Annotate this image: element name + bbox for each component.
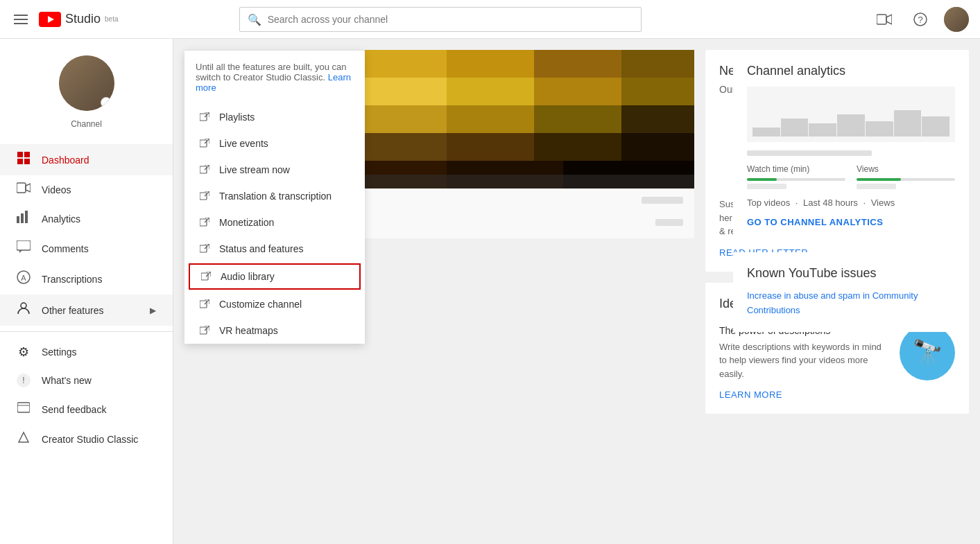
profile-avatar-image [59, 55, 114, 111]
svg-text:A: A [21, 274, 26, 282]
chart-bar-4 [837, 114, 865, 137]
create-icon [877, 13, 892, 26]
go-to-channel-analytics-link[interactable]: GO TO CHANNEL ANALYTICS [747, 217, 883, 227]
svg-marker-3 [886, 15, 892, 24]
creator-studio-classic-label: Creator Studio Classic [42, 434, 138, 445]
svg-rect-40 [621, 105, 694, 133]
watch-time-bar-fill [747, 178, 777, 181]
hamburger-button[interactable] [11, 12, 31, 27]
dropdown-item-audio-library[interactable]: Audio library [189, 263, 361, 290]
dropdown-item-live-stream-now[interactable]: Live stream now [184, 157, 365, 183]
sidebar-item-transcriptions[interactable]: A Transcriptions [0, 263, 173, 295]
svg-rect-31 [359, 78, 447, 105]
svg-rect-28 [621, 50, 694, 78]
watch-time-label: Watch time (min) [747, 164, 845, 174]
analytics-top-videos: Top videos · Last 48 hours · Views [747, 198, 955, 208]
dropdown-item-status-features[interactable]: Status and features [184, 236, 365, 262]
known-issues-panel: Known YouTube issues Increase in abuse a… [733, 252, 969, 332]
other-features-dropdown: Until all the features are built, you ca… [184, 50, 365, 344]
video-views-placeholder [642, 197, 683, 204]
creator-studio-classic-icon [17, 431, 31, 447]
sidebar-item-videos[interactable]: Videos [0, 175, 173, 204]
external-link-icon-5 [198, 216, 211, 229]
svg-rect-14 [25, 211, 28, 223]
analytics-icon [17, 211, 31, 227]
external-link-icon-4 [198, 190, 211, 202]
views-value [857, 184, 896, 189]
header-right: ? [872, 7, 969, 32]
svg-rect-37 [359, 105, 447, 133]
sidebar-item-other-features[interactable]: Other features ▶ [0, 295, 173, 326]
top-videos-label: Top videos [747, 198, 790, 208]
svg-rect-62 [200, 219, 207, 226]
svg-rect-38 [447, 105, 534, 133]
sidebar-item-whats-new[interactable]: ! What's new [0, 367, 173, 394]
svg-rect-60 [200, 193, 207, 200]
svg-rect-15 [17, 240, 31, 250]
dropdown-item-monetization[interactable]: Monetization [184, 209, 365, 236]
search-icon: 🔍 [248, 12, 261, 26]
analytics-title: Channel analytics [747, 64, 955, 78]
chart-bar-3 [809, 123, 836, 137]
svg-rect-12 [17, 216, 19, 223]
dropdown-item-translation[interactable]: Translation & transcription [184, 183, 365, 209]
svg-rect-45 [534, 133, 621, 161]
analytics-period: Last 48 hours [803, 198, 858, 208]
whats-new-icon: ! [17, 374, 31, 387]
binoculars-icon: 🔭 [912, 338, 943, 367]
svg-rect-54 [200, 114, 207, 121]
views-label: Views [857, 164, 955, 174]
dashboard-label: Dashboard [42, 155, 89, 166]
external-link-icon-8 [198, 298, 211, 310]
search-input[interactable] [239, 7, 642, 32]
sidebar-item-dashboard[interactable]: Dashboard [0, 144, 173, 175]
transcriptions-label: Transcriptions [42, 274, 102, 285]
youtube-logo-icon [39, 12, 61, 27]
chart-bar-6 [894, 110, 922, 137]
ideas-item-description: Write descriptions with keywords in mind… [719, 340, 891, 381]
ideas-icon: 🔭 [900, 325, 955, 380]
dropdown-status-features-label: Status and features [219, 243, 303, 254]
svg-rect-26 [447, 50, 534, 78]
send-feedback-label: Send feedback [42, 404, 106, 415]
sidebar-item-comments[interactable]: Comments [0, 234, 173, 263]
sidebar-item-settings[interactable]: ⚙ Settings [0, 337, 173, 367]
dropdown-item-customize-channel[interactable]: Customize channel [184, 291, 365, 317]
external-link-icon-6 [198, 243, 211, 255]
watch-time-value [747, 184, 786, 189]
ideas-learn-more-link[interactable]: LEARN MORE [719, 389, 782, 400]
chart-bar-7 [922, 116, 949, 137]
create-video-button[interactable] [872, 7, 897, 32]
nav-divider-1 [0, 331, 173, 332]
analytics-label: Analytics [42, 213, 80, 225]
dropdown-item-playlists[interactable]: Playlists [184, 104, 365, 130]
views-bar-fill [857, 178, 901, 181]
svg-rect-34 [621, 78, 694, 105]
sidebar-item-creator-studio-classic[interactable]: Creator Studio Classic [0, 424, 173, 454]
external-link-icon-9 [198, 324, 211, 337]
logo-text: Studio [65, 12, 101, 26]
header-left: Studiobeta [11, 12, 119, 27]
logo-beta: beta [105, 15, 118, 23]
sidebar-item-analytics[interactable]: Analytics [0, 204, 173, 234]
settings-label: Settings [42, 346, 77, 358]
svg-rect-39 [534, 105, 621, 133]
analytics-chart [747, 87, 955, 142]
studio-classic-note: Until all the features are built, you ca… [184, 50, 365, 104]
whats-new-label: What's new [42, 375, 92, 386]
avatar[interactable] [944, 7, 969, 32]
svg-rect-68 [200, 301, 207, 308]
dropdown-item-vr-heatmaps[interactable]: VR heatmaps [184, 317, 365, 344]
dropdown-item-live-events[interactable]: Live events [184, 130, 365, 157]
other-features-chevron-icon: ▶ [150, 306, 156, 315]
svg-text:?: ? [918, 15, 922, 25]
sidebar-item-send-feedback[interactable]: Send feedback [0, 394, 173, 424]
svg-rect-66 [201, 273, 208, 280]
profile-avatar[interactable] [59, 55, 114, 111]
issue-item-1[interactable]: Increase in abuse and spam in Community … [747, 289, 955, 318]
help-button[interactable]: ? [908, 7, 933, 32]
logo[interactable]: Studiobeta [39, 12, 119, 27]
svg-rect-44 [447, 133, 534, 161]
chart-bar-1 [753, 128, 780, 137]
header: Studiobeta 🔍 ? [0, 0, 980, 39]
